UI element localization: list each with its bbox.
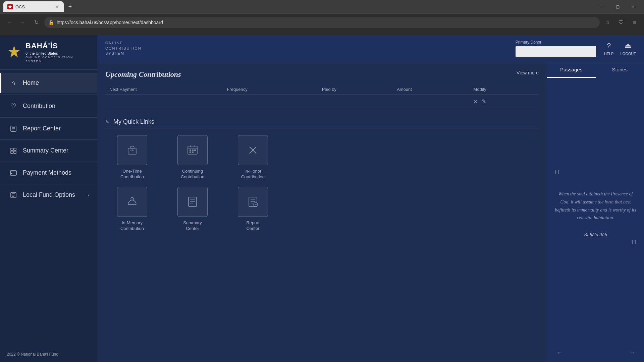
cell-frequency <box>223 95 318 108</box>
address-bar[interactable]: 🔒 https://ocs.bahai.us/ocs/app/home/#/ex… <box>44 17 600 28</box>
nav-divider-5 <box>0 184 97 184</box>
svg-rect-8 <box>11 151 13 154</box>
quick-link-in-honor[interactable]: In-HonorContribution <box>226 135 280 180</box>
in-honor-label: In-HonorContribution <box>241 169 265 180</box>
sidebar: BAHÁ'ÍS of the United States Online Cont… <box>0 35 97 362</box>
report-center-icon <box>9 125 17 132</box>
svg-rect-24 <box>190 149 191 151</box>
edit-icon[interactable]: ✎ <box>482 98 486 105</box>
svg-marker-0 <box>8 5 12 9</box>
sidebar-item-home[interactable]: ⌂ Home <box>0 73 97 93</box>
tab-favicon <box>7 4 13 9</box>
summary-center-icon-box <box>177 187 208 217</box>
in-honor-icon-box <box>238 135 268 165</box>
col-amount: Amount <box>393 84 469 95</box>
continuing-label: ContinuingContribution <box>181 169 204 180</box>
quick-link-continuing[interactable]: ContinuingContribution <box>166 135 219 180</box>
continuing-icon-box <box>177 135 208 165</box>
logo-of-label: of the United States <box>25 51 91 56</box>
top-header-right: Primary Donor ? HELP ⏏ LOGOUT <box>516 40 636 57</box>
sidebar-footer: 2022 © National Bahá'í Fund <box>0 347 97 362</box>
report-center-icon-box <box>238 187 268 217</box>
tab-stories[interactable]: Stories <box>596 62 644 78</box>
browser-nav-bar: ← → ↻ 🔒 https://ocs.bahai.us/ocs/app/hom… <box>0 13 644 31</box>
primary-donor-input[interactable] <box>516 46 596 57</box>
sidebar-item-payment-methods[interactable]: Payment Methods <box>0 163 97 182</box>
reload-button[interactable]: ↻ <box>31 17 42 28</box>
quick-links-header: ✎ My Quick Links <box>105 118 539 128</box>
local-fund-icon <box>9 192 17 198</box>
quick-link-in-memory[interactable]: In-MemoryContribution <box>105 187 159 232</box>
chevron-right-icon: › <box>88 192 89 198</box>
shield-button[interactable]: 🛡 <box>616 17 627 28</box>
nav-divider-2 <box>0 117 97 118</box>
tab-passages[interactable]: Passages <box>547 62 596 78</box>
sidebar-item-summary-center[interactable]: Summary Center <box>0 141 97 160</box>
close-window-button[interactable]: ✕ <box>625 0 641 13</box>
passage-next-button[interactable]: → <box>627 347 637 358</box>
ocs-line1: Online <box>105 41 142 46</box>
sidebar-item-report-center[interactable]: Report Center <box>0 119 97 138</box>
forward-button[interactable]: → <box>17 17 28 28</box>
summary-center-ql-label: SummaryCenter <box>183 220 202 232</box>
ocs-logo-text: Online Contribution System <box>105 41 142 56</box>
sidebar-item-contribution[interactable]: ♡ Contribution <box>0 96 97 116</box>
col-next-payment: Next Payment <box>105 84 223 95</box>
delete-icon[interactable]: ✕ <box>473 98 478 105</box>
quote-mark-close: " <box>631 238 637 254</box>
passage-prev-button[interactable]: ← <box>554 347 565 358</box>
upcoming-header-row: View more Upcoming Contributions <box>105 70 539 79</box>
browser-chrome: OCS ✕ + — ▢ ✕ ← → ↻ 🔒 https://ocs.bahai.… <box>0 0 644 35</box>
svg-rect-6 <box>11 148 13 150</box>
quick-links-title: My Quick Links <box>113 118 154 125</box>
table-row: ✕ ✎ <box>105 95 539 108</box>
cell-amount <box>393 95 469 108</box>
primary-donor-section: Primary Donor <box>516 40 596 57</box>
sidebar-item-local-fund-options[interactable]: Local Fund Options › <box>0 185 97 204</box>
help-button[interactable]: ? HELP <box>604 42 614 56</box>
tab-bar: OCS ✕ + — ▢ ✕ <box>0 0 644 13</box>
logo-brand: BAHÁ'ÍS <box>25 41 91 51</box>
quick-link-summary-center[interactable]: SummaryCenter <box>166 187 219 232</box>
svg-rect-12 <box>11 173 12 174</box>
back-button[interactable]: ← <box>4 17 15 28</box>
col-paid-by: Paid by <box>318 84 393 95</box>
sidebar-item-home-label: Home <box>23 79 39 86</box>
main-panel: View more Upcoming Contributions Next Pa… <box>97 62 547 362</box>
sidebar-item-summary-center-label: Summary Center <box>23 147 68 154</box>
quick-links-edit-icon[interactable]: ✎ <box>105 119 109 125</box>
logout-button[interactable]: ⏏ LOGOUT <box>621 42 636 56</box>
active-tab[interactable]: OCS ✕ <box>3 1 64 12</box>
quick-links-section: ✎ My Quick Links <box>105 118 539 232</box>
maximize-button[interactable]: ▢ <box>610 0 625 13</box>
passage-content: " When the soul attaineth the Presence o… <box>547 78 644 343</box>
ocs-line3: System <box>105 51 142 56</box>
passages-tabs: Passages Stories <box>547 62 644 78</box>
tab-close-button[interactable]: ✕ <box>54 4 60 9</box>
main-content: Online Contribution System Primary Donor… <box>97 35 644 362</box>
nav-divider-4 <box>0 162 97 162</box>
svg-rect-27 <box>190 152 191 153</box>
logout-label: LOGOUT <box>621 52 636 56</box>
view-more-link[interactable]: View more <box>517 70 539 75</box>
quote-text: When the soul attaineth the Presence of … <box>554 190 637 222</box>
sidebar-item-contribution-label: Contribution <box>23 103 55 110</box>
quick-link-one-time[interactable]: One-TimeContribution <box>105 135 159 180</box>
browser-menu-button[interactable]: ≡ <box>629 17 640 28</box>
minimize-button[interactable]: — <box>594 0 610 13</box>
new-tab-button[interactable]: + <box>65 2 75 11</box>
passage-navigation: ← → <box>547 343 644 362</box>
bookmark-button[interactable]: ☆ <box>602 17 613 28</box>
action-icons: ✕ ✎ <box>473 98 535 105</box>
nav-divider-3 <box>0 139 97 140</box>
sidebar-item-payment-methods-label: Payment Methods <box>23 169 71 176</box>
svg-rect-7 <box>14 148 16 150</box>
home-icon: ⌂ <box>9 79 17 87</box>
primary-donor-label: Primary Donor <box>516 40 596 45</box>
svg-rect-26 <box>194 149 196 151</box>
cell-modify: ✕ ✎ <box>469 95 539 108</box>
contribution-icon: ♡ <box>9 102 17 110</box>
quick-link-report-center[interactable]: ReportCenter <box>226 187 280 232</box>
right-panel: Passages Stories " When the soul attaine… <box>547 62 644 362</box>
one-time-icon-box <box>117 135 147 165</box>
